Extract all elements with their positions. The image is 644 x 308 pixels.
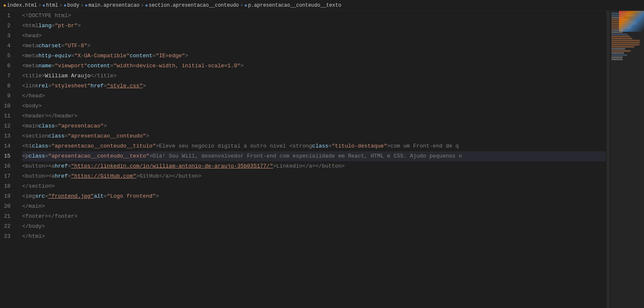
ln-7: 7 xyxy=(0,71,15,81)
token: <header></header> xyxy=(22,111,78,121)
code-line-15: <p class="apresentacao__conteudo__texto"… xyxy=(22,151,606,161)
token: > xyxy=(143,81,146,91)
token: "apresentacao__conteudo__texto" xyxy=(48,151,149,161)
token: "style.css" xyxy=(107,81,143,91)
token: class xyxy=(312,141,328,151)
token: <section xyxy=(22,131,48,141)
ln-16: 16 xyxy=(0,161,15,171)
token: <link xyxy=(22,81,38,91)
token: > xyxy=(185,51,188,61)
token: class xyxy=(29,151,45,161)
code-line-11: <header></header> xyxy=(22,111,606,121)
token: "frontend.jpg" xyxy=(48,191,94,201)
breadcrumb-file[interactable]: index.html xyxy=(7,3,37,8)
code-line-18: </section> xyxy=(22,181,606,191)
token: = xyxy=(45,191,48,201)
breadcrumb-p[interactable]: p.apresentacao__conteudo__texto xyxy=(248,3,341,8)
ln-14: 14 xyxy=(0,141,15,151)
token: "https://linkedin.com/in/william-antonio… xyxy=(71,161,273,171)
token: <!DOCTYPE html> xyxy=(22,11,71,21)
code-line-7: <title>William Araujo</title> xyxy=(22,71,606,81)
token: href xyxy=(55,171,68,181)
ln-6: 6 xyxy=(0,61,15,71)
token: "https://GitHub.com" xyxy=(71,171,136,181)
breadcrumb-sep: › xyxy=(38,3,41,8)
code-line-8: <link rel="stylesheet" href="style.css"> xyxy=(22,81,606,91)
token: "pt-br" xyxy=(55,21,78,31)
token: "X-UA-Compatible" xyxy=(74,51,130,61)
token: > xyxy=(156,191,159,201)
token: http-equiv xyxy=(38,51,71,61)
ln-5: 5 xyxy=(0,51,15,61)
code-line-3: <head> xyxy=(22,31,606,41)
token: href xyxy=(91,81,104,91)
token: "apresentacao__conteudo__titulo" xyxy=(51,141,156,151)
token: <h1 xyxy=(22,141,32,151)
token: >Olá! Sou Will, desenvolvedor Front-end … xyxy=(149,151,462,161)
code-line-14: <h1 class="apresentacao__conteudo__titul… xyxy=(22,141,606,151)
code-line-10: <body> xyxy=(22,101,606,111)
breadcrumb-main[interactable]: main.apresentacao xyxy=(89,3,139,8)
token: </html> xyxy=(22,232,45,242)
breadcrumb-sep2: › xyxy=(59,3,62,8)
token: href xyxy=(55,161,68,171)
token: <head> xyxy=(22,31,42,41)
token: rel xyxy=(38,81,48,91)
minimap[interactable] xyxy=(611,11,644,308)
token: <meta xyxy=(22,41,38,51)
code-line-16: <button><a href="https://linkedin.com/in… xyxy=(22,161,606,171)
code-line-23: </html> xyxy=(22,232,606,242)
token: = xyxy=(71,51,74,61)
code-line-19: <img src="frontend.jpg" alt="Logo fronte… xyxy=(22,191,606,201)
token: content xyxy=(129,51,152,61)
ln-13: 13 xyxy=(0,131,15,141)
token: </body> xyxy=(22,221,45,232)
code-area[interactable]: <!DOCTYPE html> <html lang="pt-br"> <hea… xyxy=(19,11,606,308)
breadcrumb-body[interactable]: body xyxy=(67,3,79,8)
token: >Linkedin</a></button> xyxy=(273,161,345,171)
token: class xyxy=(32,141,48,151)
token: > xyxy=(146,131,149,141)
breadcrumb-icon-p: ◈ xyxy=(244,3,247,8)
token: </title> xyxy=(91,71,117,81)
token: <button><a xyxy=(22,171,55,181)
token: = xyxy=(61,41,65,51)
token: name xyxy=(38,61,51,71)
ln-2: 2 xyxy=(0,21,15,31)
breadcrumb-icon-body: ◈ xyxy=(63,3,66,8)
ln-10: 10 xyxy=(0,101,15,111)
ln-18: 18 xyxy=(0,181,15,191)
token: class xyxy=(48,131,64,141)
token: William Araujo xyxy=(45,71,91,81)
code-line-4: <meta charset="UTF-8"> xyxy=(22,41,606,51)
token: </section> xyxy=(22,181,55,191)
token: = xyxy=(68,171,71,181)
token: > xyxy=(241,61,244,71)
token: >Eleve seu negócio digital a outro nível… xyxy=(156,141,312,151)
token: > xyxy=(104,121,107,131)
vertical-scrollbar[interactable] xyxy=(606,11,611,308)
token: <meta xyxy=(22,61,38,71)
breadcrumb-section[interactable]: section.apresentacao__conteudo xyxy=(149,3,239,8)
token: >com um Front-end de q xyxy=(387,141,459,151)
code-line-21: <footer></footer> xyxy=(22,211,606,221)
ln-4: 4 xyxy=(0,41,15,51)
token: "apresentacao" xyxy=(58,121,104,131)
code-line-9: </head> xyxy=(22,91,606,101)
breadcrumb-icon-html: ◈ xyxy=(43,3,46,8)
token: charset xyxy=(38,41,61,51)
ln-8: 8 xyxy=(0,81,15,91)
token: = xyxy=(68,161,71,171)
code-line-20: </main> xyxy=(22,201,606,211)
ln-3: 3 xyxy=(0,31,15,41)
ln-19: 19 xyxy=(0,191,15,201)
token: = xyxy=(51,21,55,31)
token: = xyxy=(152,51,156,61)
token: = xyxy=(48,141,51,151)
token: src xyxy=(35,191,45,201)
breadcrumb-html[interactable]: html xyxy=(46,3,58,8)
line-numbers: 1 2 3 4 5 6 7 8 9 10 11 12 13 14 15 16 1… xyxy=(0,11,19,308)
code-line-13: <section class="apresentacao__conteudo"> xyxy=(22,131,606,141)
token: = xyxy=(45,151,48,161)
breadcrumb-sep5: › xyxy=(240,3,243,8)
